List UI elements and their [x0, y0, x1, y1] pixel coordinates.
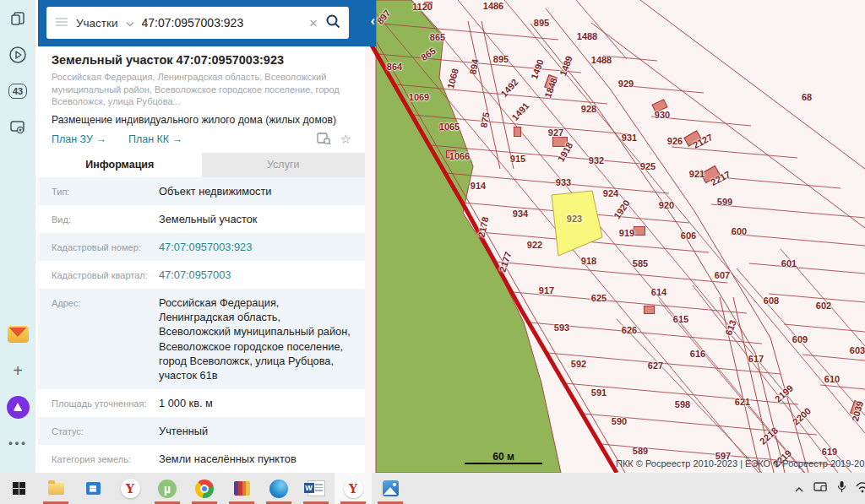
info-row-label: Категория земель: — [52, 452, 159, 466]
plan-links: План ЗУ →План КК → ☆ — [52, 133, 353, 153]
parcel-label: 914 — [471, 181, 486, 191]
parcel-label: 929 — [618, 79, 634, 89]
taskbar — [0, 473, 865, 504]
tab-Услуги[interactable]: Услуги — [202, 153, 366, 177]
search-input[interactable] — [142, 16, 302, 30]
info-row-label: Площадь уточненная: — [52, 396, 159, 410]
parcel-usage-summary: Размещение индивидуального жилого дома (… — [52, 114, 353, 126]
parcel-label: 593 — [554, 322, 569, 333]
taskbar-word[interactable] — [297, 473, 335, 504]
building — [634, 226, 645, 236]
parcel-label: 610 — [824, 374, 840, 384]
parcel-label: 919 — [619, 228, 634, 238]
alice-icon[interactable] — [6, 395, 30, 419]
parcel-label: 601 — [781, 258, 797, 268]
menu-icon[interactable] — [55, 15, 68, 30]
tabs-icon[interactable] — [6, 7, 30, 30]
panel-header: Земельный участок 47:07:0957003:923 Росс… — [38, 46, 365, 153]
parcel-address-short: Российская Федерация, Ленинградская обла… — [52, 71, 353, 108]
parcel-label: 607 — [715, 270, 730, 280]
parcel-label: 895 — [534, 18, 549, 28]
info-row: Кадастровый квартал:47:07:0957003 — [38, 261, 365, 289]
wifi-icon[interactable] — [856, 481, 865, 496]
screenshot-icon[interactable] — [6, 116, 30, 139]
taskbar-photos[interactable] — [372, 473, 409, 504]
parcel-label: 1488 — [591, 55, 612, 65]
parcel-label: 1120 — [412, 2, 432, 12]
cast-icon[interactable] — [813, 481, 828, 496]
parcel-label: 602 — [816, 301, 831, 311]
parcel-label: 589 — [633, 446, 648, 456]
info-row: Тип:Объект недвижимости — [38, 177, 365, 205]
clear-search-icon[interactable]: × — [309, 16, 318, 30]
plan-link-0[interactable]: План ЗУ → — [52, 133, 106, 145]
parcel-label: 1486 — [483, 1, 503, 11]
taskbar-utorrent[interactable] — [149, 473, 186, 504]
favorite-star-icon[interactable]: ☆ — [340, 132, 351, 147]
parcel-label: 930 — [655, 110, 670, 120]
taskbar-start[interactable] — [0, 473, 37, 504]
parcel-label: 619 — [822, 447, 837, 457]
mail-icon[interactable] — [6, 322, 30, 346]
info-row-value: 47:07:0957003 — [159, 268, 355, 282]
parcel-label: 608 — [764, 295, 779, 306]
parcel-label: 592 — [571, 359, 586, 369]
taskbar-edge[interactable] — [260, 473, 297, 504]
app-icon — [121, 479, 140, 498]
map-scale-bar: 60 м — [465, 451, 542, 464]
parcel-label: 865 — [430, 32, 445, 42]
parcel-label: 603 — [850, 345, 865, 355]
parcel-label: 1065 — [439, 122, 460, 132]
more-icon[interactable]: ●●● — [6, 431, 30, 455]
tab-count: 43 — [8, 84, 27, 99]
parcel-label: 1488 — [577, 31, 597, 41]
chevron-down-icon[interactable] — [126, 15, 134, 30]
parcel-label: 920 — [659, 200, 674, 210]
search-bar: Участки × ‹ — [38, 0, 376, 46]
search-category[interactable]: Участки — [76, 17, 118, 30]
browser-sidebar: 43 + ●●● — [0, 0, 35, 473]
taskbar-explorer[interactable] — [37, 473, 74, 504]
tab-Информация[interactable]: Информация — [38, 153, 202, 177]
taskbar-yandex-active[interactable] — [335, 473, 372, 504]
collapse-panel-icon[interactable]: ‹ — [371, 14, 375, 29]
taskbar-yandex[interactable] — [112, 473, 149, 504]
app-icon — [48, 483, 64, 495]
info-row-value: 1 000 кв. м — [159, 396, 355, 410]
parcel-label: 617 — [748, 354, 764, 364]
taskbar-winrar[interactable] — [223, 473, 260, 504]
parcel-label: 590 — [612, 416, 627, 426]
microphone-icon[interactable] — [837, 480, 846, 496]
info-row: Категория земель:Земли населённых пункто… — [38, 445, 365, 473]
info-row-label: Кадастровый номер: — [52, 240, 159, 254]
add-icon[interactable]: + — [6, 359, 30, 382]
taskbar-chrome[interactable] — [186, 473, 223, 504]
search-icon[interactable] — [325, 14, 340, 32]
parcel-label: 933 — [556, 177, 571, 187]
info-row-label: Кадастровый квартал: — [52, 268, 159, 282]
parcel-label: 614 — [651, 287, 666, 297]
parcel-label: 599 — [717, 197, 732, 207]
parcel-label: 864 — [387, 62, 402, 72]
search-box[interactable]: Участки × — [46, 7, 349, 39]
taskbar-store[interactable] — [74, 473, 112, 504]
info-row-label: Адрес: — [52, 295, 159, 382]
parcel-label: 918 — [581, 256, 596, 266]
parcel-label: 615 — [673, 314, 688, 324]
header-icons: ☆ — [317, 132, 351, 148]
preview-icon[interactable] — [317, 132, 331, 148]
tab-count-badge[interactable]: 43 — [6, 79, 30, 103]
parcel-label: 1069 — [409, 92, 429, 102]
app-icon — [307, 480, 325, 496]
parcel-label: 600 — [732, 226, 747, 236]
plan-link-1[interactable]: План КК → — [128, 133, 182, 145]
parcel-label: 928 — [581, 104, 596, 114]
parcel-label: 585 — [633, 258, 648, 268]
player-icon[interactable] — [6, 43, 30, 67]
parcel-label: 625 — [591, 293, 607, 303]
parcel-label: 606 — [681, 230, 696, 241]
cadastral-map[interactable]: 8971120865865864106910681065106614868958… — [365, 0, 865, 473]
info-row-value: Российская Федерация, Ленинградская обла… — [159, 295, 355, 382]
parcel-label: 931 — [622, 133, 637, 143]
hidden-icons-chevron[interactable] — [794, 481, 804, 496]
